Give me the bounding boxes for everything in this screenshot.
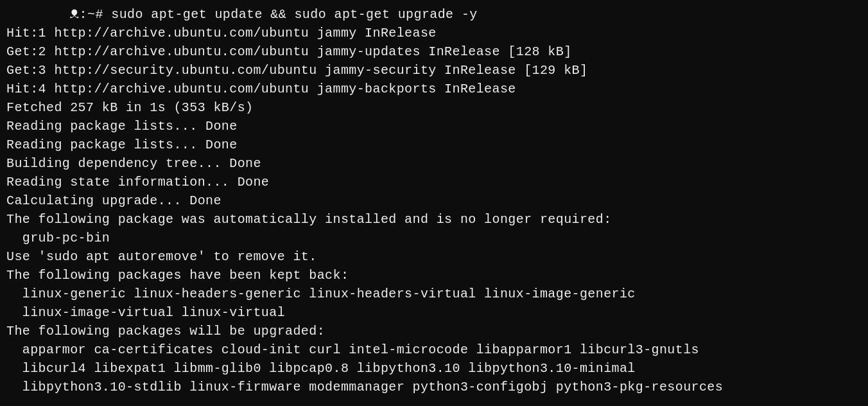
- line-hit4: Hit:4 http://archive.ubuntu.com/ubuntu j…: [6, 80, 862, 98]
- line-get3: Get:3 http://security.ubuntu.com/ubuntu …: [6, 61, 862, 80]
- line-pkgs1: apparmor ca-certificates cloud-init curl…: [6, 340, 862, 359]
- line-reading3: Reading state information... Done: [6, 173, 862, 191]
- line-reading2: Reading package lists... Done: [6, 136, 862, 154]
- line-grub: grub-pc-bin: [6, 229, 862, 247]
- line-hit1: Hit:1 http://archive.ubuntu.com/ubuntu j…: [6, 24, 862, 42]
- line-fetched: Fetched 257 kB in 1s (353 kB/s): [6, 98, 862, 117]
- line-reading1: Reading package lists... Done: [6, 117, 862, 136]
- line-linux2: linux-image-virtual linux-virtual: [6, 303, 862, 322]
- line-prompt: ᴥ:~# sudo apt-get update && sudo apt-get…: [6, 5, 862, 24]
- line-auto: The following package was automatically …: [6, 210, 862, 229]
- line-use: Use 'sudo apt autoremove' to remove it.: [6, 247, 862, 266]
- line-upgraded: The following packages will be upgraded:: [6, 322, 862, 340]
- terminal-window[interactable]: ᴥ:~# sudo apt-get update && sudo apt-get…: [0, 0, 868, 406]
- line-linux1: linux-generic linux-headers-generic linu…: [6, 285, 862, 303]
- line-building: Building dependency tree... Done: [6, 154, 862, 173]
- line-pkgs3: libpython3.10-stdlib linux-firmware mode…: [6, 378, 862, 396]
- line-kept: The following packages have been kept ba…: [6, 266, 862, 285]
- line-pkgs2: libcurl4 libexpat1 libmm-glib0 libpcap0.…: [6, 359, 862, 378]
- line-calc: Calculating upgrade... Done: [6, 191, 862, 210]
- line-get2: Get:2 http://archive.ubuntu.com/ubuntu j…: [6, 42, 862, 61]
